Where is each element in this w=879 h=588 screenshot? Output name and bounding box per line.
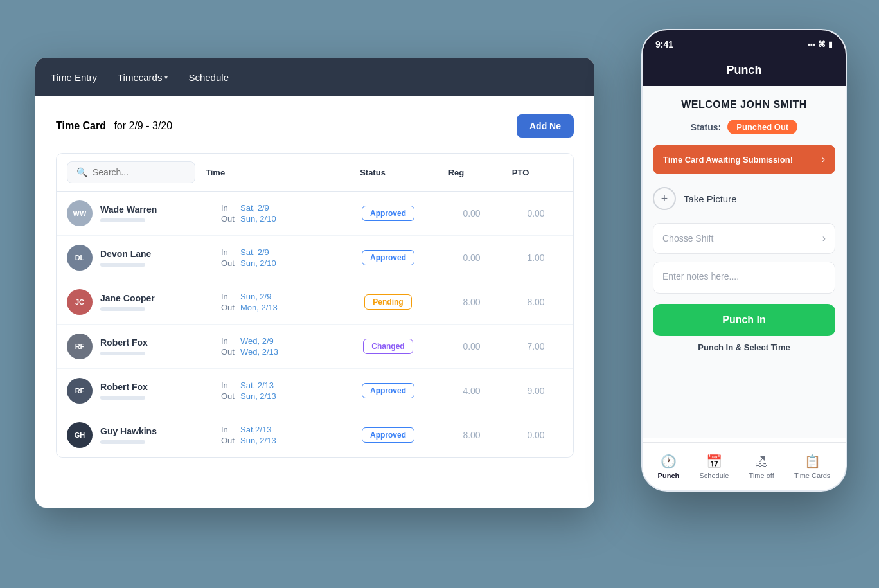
table-rows: WW Wade Warren In Sat, 2/9 Out Sun, 2/10 <box>57 192 573 457</box>
search-icon: 🔍 <box>76 167 87 177</box>
phone-header: Punch <box>643 58 846 86</box>
alert-banner[interactable]: Time Card Awaiting Submission! › <box>653 145 835 174</box>
tab-time-cards-label: Time Cards <box>794 472 830 479</box>
choose-shift-button[interactable]: Chosse Shift › <box>653 223 835 254</box>
out-label: Out <box>221 214 236 224</box>
out-date: Sun, 2/13 <box>240 391 276 401</box>
tab-time-off-label: Time off <box>749 472 774 479</box>
out-label: Out <box>221 436 236 445</box>
status-cell: Changed <box>337 339 440 354</box>
employee-cell: JC Jane Cooper <box>67 289 221 315</box>
punch-in-button[interactable]: Punch In <box>653 304 835 336</box>
mobile-phone: 9:41 ▪▪▪ ⌘ ▮ Punch WELCOME JOHN SMITH St… <box>641 29 847 492</box>
avatar: GH <box>67 422 93 448</box>
employee-cell: RF Robert Fox <box>67 378 221 404</box>
in-label: In <box>221 380 236 390</box>
employee-sub <box>100 218 145 222</box>
time-in-row: In Sun, 2/9 <box>221 292 337 301</box>
nav-item-schedule[interactable]: Schedule <box>188 72 229 83</box>
out-label: Out <box>221 303 236 312</box>
status-badge: Approved <box>362 427 414 443</box>
add-button[interactable]: Add Ne <box>517 114 574 138</box>
status-cell: Approved <box>337 250 440 265</box>
page-title: Time Card for 2/9 - 3/20 <box>56 120 172 132</box>
phone-title: Punch <box>726 64 761 76</box>
time-out-row: Out Sun, 2/13 <box>221 436 337 445</box>
punch-in-select-button[interactable]: Punch In & Select Time <box>653 343 835 352</box>
employee-info: Devon Lane <box>100 249 151 267</box>
pto-cell: 7.00 <box>504 341 568 352</box>
table-row: GH Guy Hawkins In Sat,2/13 Out Sun, 2/13 <box>57 413 573 457</box>
col-header-pto: PTO <box>488 168 553 177</box>
employee-name: Robert Fox <box>100 337 148 348</box>
table-row: RF Robert Fox In Sat, 2/13 Out Sun, 2/13 <box>57 369 573 413</box>
pto-cell: 9.00 <box>504 386 568 396</box>
punch-icon: 🕐 <box>661 454 677 469</box>
tab-punch[interactable]: 🕐 Punch <box>650 450 688 483</box>
choose-shift-label: Chosse Shift <box>662 233 713 244</box>
col-header-reg: Reg <box>424 168 488 177</box>
take-picture-row[interactable]: + Take Picture <box>653 184 835 213</box>
time-cell: In Sat, 2/13 Out Sun, 2/13 <box>221 380 337 401</box>
phone-content: WELCOME JOHN SMITH Status: Punched Out T… <box>643 86 846 438</box>
col-header-status: Status <box>321 168 424 177</box>
avatar: JC <box>67 289 93 315</box>
time-out-row: Out Sun, 2/13 <box>221 391 337 401</box>
pto-cell: 8.00 <box>504 297 568 307</box>
time-in-row: In Sat,2/13 <box>221 425 337 434</box>
time-cell: In Sun, 2/9 Out Mon, 2/13 <box>221 292 337 312</box>
notes-field[interactable]: Enter notes here.... <box>653 262 835 294</box>
welcome-text: WELCOME JOHN SMITH <box>653 99 835 111</box>
nav-item-time-entry[interactable]: Time Entry <box>51 72 97 83</box>
pto-cell: 0.00 <box>504 208 568 218</box>
tab-time-off[interactable]: 🏖 Time off <box>741 450 782 483</box>
in-label: In <box>221 247 236 257</box>
alert-chevron-icon: › <box>822 154 825 165</box>
employee-name: Devon Lane <box>100 249 151 259</box>
out-date: Sun, 2/13 <box>240 436 276 445</box>
employee-name: Robert Fox <box>100 382 148 392</box>
reg-cell: 0.00 <box>440 341 504 352</box>
timecard-table: 🔍 Time Status Reg PTO WW Wade Warren <box>56 153 574 458</box>
time-in-row: In Sat, 2/9 <box>221 203 337 213</box>
signal-icon: ▪▪▪ <box>807 40 815 49</box>
search-bar[interactable]: 🔍 <box>67 161 195 183</box>
nav-item-timecards[interactable]: Timecards ▾ <box>118 72 168 83</box>
employee-sub <box>100 396 145 400</box>
in-date: Sun, 2/9 <box>240 292 271 301</box>
avatar: RF <box>67 378 93 404</box>
employee-sub <box>100 307 145 311</box>
status-badge: Pending <box>364 294 411 310</box>
tab-time-cards[interactable]: 📋 Time Cards <box>786 450 838 483</box>
search-input[interactable] <box>93 167 186 177</box>
tab-punch-label: Punch <box>658 472 680 479</box>
status-badge: Punched Out <box>727 120 797 134</box>
in-label: In <box>221 292 236 301</box>
time-cell: In Sat, 2/9 Out Sun, 2/10 <box>221 203 337 224</box>
status-badge: Approved <box>362 250 414 265</box>
in-label: In <box>221 336 236 346</box>
time-out-row: Out Wed, 2/13 <box>221 347 337 357</box>
out-label: Out <box>221 391 236 401</box>
out-date: Sun, 2/10 <box>240 258 276 268</box>
reg-cell: 0.00 <box>440 208 504 218</box>
notes-placeholder: Enter notes here.... <box>662 271 739 281</box>
desktop-nav: Time Entry Timecards ▾ Schedule <box>35 58 594 96</box>
reg-cell: 8.00 <box>440 297 504 307</box>
time-out-row: Out Sun, 2/10 <box>221 258 337 268</box>
in-label: In <box>221 425 236 434</box>
employee-name: Guy Hawkins <box>100 426 157 436</box>
avatar: DL <box>67 245 93 271</box>
take-picture-label: Take Picture <box>684 193 737 204</box>
time-in-row: In Sat, 2/9 <box>221 247 337 257</box>
time-in-row: In Wed, 2/9 <box>221 336 337 346</box>
tab-schedule[interactable]: 📅 Schedule <box>691 450 736 483</box>
employee-info: Robert Fox <box>100 337 148 355</box>
employee-cell: RF Robert Fox <box>67 334 221 359</box>
status-badge: Approved <box>362 206 414 221</box>
in-date: Sat, 2/13 <box>240 380 274 390</box>
avatar: RF <box>67 334 93 359</box>
col-header-time: Time <box>206 168 321 177</box>
employee-sub <box>100 263 145 267</box>
time-cards-icon: 📋 <box>804 454 821 469</box>
